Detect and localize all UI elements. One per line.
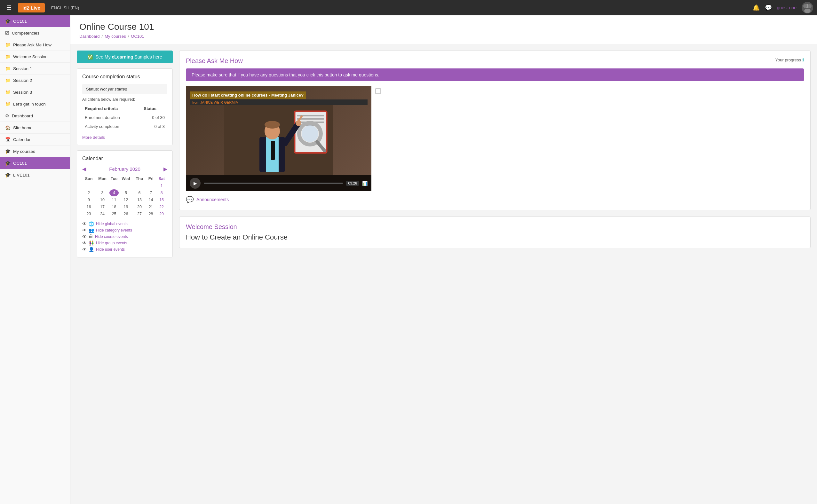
svg-point-3: [803, 4, 807, 8]
calendar-day-cell[interactable]: 16: [82, 203, 95, 210]
calendar-day-cell[interactable]: 13: [133, 196, 146, 203]
event-type-icon: 🏛: [89, 234, 93, 239]
menu-button[interactable]: ☰: [4, 3, 14, 12]
calendar-day-cell[interactable]: 10: [95, 196, 109, 203]
sidebar-item-oc101-active[interactable]: 🎓 OC101: [0, 157, 70, 169]
calendar-event-item[interactable]: 👁👫Hide group events: [82, 240, 167, 246]
video-figure-svg: [224, 105, 333, 175]
cal-day-mon: Mon: [95, 175, 109, 182]
sidebar-item-please-ask[interactable]: 📁 Please Ask Me How: [0, 39, 70, 51]
language-selector[interactable]: ENGLISH (EN): [51, 5, 79, 10]
info-icon[interactable]: ℹ: [802, 57, 804, 62]
home-icon: 🏠: [5, 125, 11, 130]
event-label[interactable]: Hide category events: [96, 228, 132, 232]
calendar-day-cell[interactable]: 20: [133, 203, 146, 210]
calendar-next-button[interactable]: ▶: [163, 166, 167, 172]
svg-point-4: [808, 4, 812, 8]
calendar-day-cell[interactable]: 22: [156, 203, 167, 210]
svg-point-19: [265, 121, 280, 129]
username-label[interactable]: guest one: [777, 5, 797, 10]
svg-point-2: [804, 9, 811, 13]
folder-icon: 📁: [5, 90, 11, 95]
sidebar-item-session1[interactable]: 📁 Session 1: [0, 63, 70, 75]
calendar-day-cell[interactable]: 23: [82, 210, 95, 217]
sidebar-item-label: OC101: [13, 161, 27, 166]
calendar-day-cell[interactable]: 6: [133, 189, 146, 196]
calendar-week-row: 2345678: [82, 189, 167, 196]
col-criteria: Required criteria: [82, 104, 141, 113]
event-label[interactable]: Hide group events: [96, 241, 127, 245]
breadcrumb-dashboard[interactable]: Dashboard: [79, 34, 100, 39]
sidebar-item-calendar[interactable]: 📅 Calendar: [0, 134, 70, 146]
calendar-card: Calendar ◀ February 2020 ▶ SunMonTueWedT…: [77, 150, 173, 257]
page-header: Online Course 101 Dashboard / My courses…: [70, 15, 817, 44]
sidebar-item-my-courses[interactable]: 🎓 My courses: [0, 146, 70, 157]
folder-icon: 📁: [5, 66, 11, 71]
calendar-day-cell[interactable]: 29: [156, 210, 167, 217]
calendar-day-cell[interactable]: 7: [146, 189, 156, 196]
notifications-icon[interactable]: 🔔: [753, 4, 760, 11]
calendar-day-cell[interactable]: 1: [156, 182, 167, 189]
sidebar-item-competencies[interactable]: ☑ Competencies: [0, 27, 70, 39]
calendar-event-item[interactable]: 👁👤Hide user events: [82, 247, 167, 252]
calendar-day-cell[interactable]: 27: [133, 210, 146, 217]
calendar-day-cell[interactable]: 8: [156, 189, 167, 196]
calendar-day-cell[interactable]: 25: [109, 210, 119, 217]
event-label[interactable]: Hide course events: [95, 234, 128, 239]
sidebar-item-live101[interactable]: 🎓 LIVE101: [0, 169, 70, 181]
video-player[interactable]: How do I start creating online courses -…: [186, 86, 371, 191]
calendar-day-cell[interactable]: 14: [146, 196, 156, 203]
calendar-day-cell[interactable]: 15: [156, 196, 167, 203]
calendar-day-cell[interactable]: 11: [109, 196, 119, 203]
calendar-day-cell[interactable]: 2: [82, 189, 95, 196]
calendar-day-cell[interactable]: 12: [119, 196, 133, 203]
breadcrumb-oc101[interactable]: OC101: [131, 34, 144, 39]
messages-icon[interactable]: 💬: [765, 4, 772, 11]
announcements-link[interactable]: Announcements: [196, 197, 229, 202]
calendar-day-cell[interactable]: 5: [119, 189, 133, 196]
calendar-prev-button[interactable]: ◀: [82, 166, 86, 172]
sidebar-item-oc101-top[interactable]: 🎓 OC101: [0, 15, 70, 27]
sidebar-item-session3[interactable]: 📁 Session 3: [0, 86, 70, 98]
more-details-link[interactable]: More details: [82, 135, 105, 140]
cal-day-tue: Tue: [109, 175, 119, 182]
calendar-day-cell[interactable]: 4: [109, 189, 119, 196]
sidebar-item-label: Calendar: [13, 137, 31, 142]
event-type-icon: 🌐: [89, 221, 94, 226]
status-cell: 0 of 3: [141, 122, 167, 131]
video-progress-bar[interactable]: [204, 183, 343, 184]
calendar-day-cell[interactable]: 21: [146, 203, 156, 210]
sidebar-item-site-home[interactable]: 🏠 Site home: [0, 122, 70, 134]
calendar-day-cell[interactable]: 28: [146, 210, 156, 217]
sidebar-item-dashboard[interactable]: ⚙ Dashboard: [0, 110, 70, 122]
calendar-event-item[interactable]: 👁🌐Hide global events: [82, 221, 167, 226]
avatar[interactable]: [802, 2, 813, 13]
status-value: Not yet started: [100, 87, 127, 91]
sidebar-item-session2[interactable]: 📁 Session 2: [0, 75, 70, 86]
event-label[interactable]: Hide user events: [96, 247, 125, 252]
sidebar-item-welcome[interactable]: 📁 Welcome Session: [0, 51, 70, 63]
video-checkbox[interactable]: [375, 88, 381, 94]
video-duration: 03:26: [346, 181, 359, 186]
play-button[interactable]: ▶: [190, 178, 201, 189]
sidebar-item-lets-get[interactable]: 📁 Let's get in touch: [0, 98, 70, 110]
calendar-card-title: Calendar: [82, 156, 167, 161]
status-label: Status:: [86, 87, 99, 91]
event-label[interactable]: Hide global events: [96, 222, 128, 226]
breadcrumb-my-courses[interactable]: My courses: [105, 34, 126, 39]
calendar-day-cell[interactable]: 19: [119, 203, 133, 210]
calendar-day-cell[interactable]: 3: [95, 189, 109, 196]
calendar-day-cell[interactable]: 17: [95, 203, 109, 210]
calendar-day-cell[interactable]: 26: [119, 210, 133, 217]
calendar-event-item[interactable]: 👁👥Hide category events: [82, 228, 167, 233]
calendar-day-cell[interactable]: 18: [109, 203, 119, 210]
eye-icon: 👁: [82, 247, 87, 252]
calendar-event-item[interactable]: 👁🏛Hide course events: [82, 234, 167, 239]
brand-logo[interactable]: id2 Live: [18, 3, 45, 12]
volume-icon[interactable]: 📊: [362, 181, 368, 186]
calendar-day-cell: [109, 182, 119, 189]
calendar-day-cell[interactable]: 24: [95, 210, 109, 217]
calendar-day-cell[interactable]: 9: [82, 196, 95, 203]
elearning-samples-button[interactable]: ✅ See My eLearning Samples here: [77, 51, 173, 63]
calendar-icon: 📅: [5, 137, 11, 142]
